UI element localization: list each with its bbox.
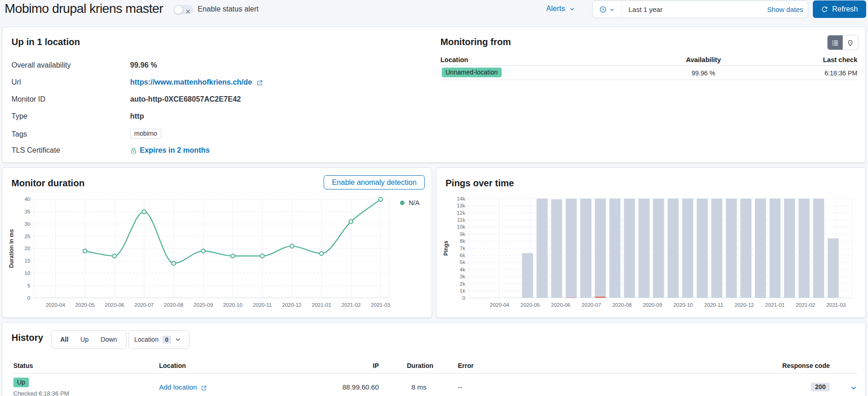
svg-text:2020-10: 2020-10 bbox=[674, 302, 693, 308]
monitoring-col-availability: Availability bbox=[686, 56, 721, 63]
svg-text:35: 35 bbox=[24, 209, 30, 214]
svg-text:12k: 12k bbox=[457, 210, 465, 216]
alerts-label: Alerts bbox=[546, 5, 565, 13]
filter-up-button[interactable]: Up bbox=[74, 336, 95, 343]
list-view-button[interactable] bbox=[828, 35, 843, 50]
svg-text:Pings: Pings bbox=[443, 241, 449, 256]
svg-text:5: 5 bbox=[28, 283, 30, 288]
svg-text:2021-01: 2021-01 bbox=[765, 302, 784, 308]
svg-text:2021-02: 2021-02 bbox=[796, 302, 815, 308]
monitoring-col-location: Location bbox=[440, 56, 468, 63]
svg-text:15: 15 bbox=[24, 258, 30, 264]
response-code-badge: 200 bbox=[811, 383, 830, 391]
svg-text:N/A: N/A bbox=[409, 199, 420, 207]
status-alert-toggle[interactable] bbox=[174, 5, 194, 14]
filter-all-button[interactable]: All bbox=[54, 336, 74, 343]
svg-text:9k: 9k bbox=[460, 231, 465, 237]
svg-text:2020-07: 2020-07 bbox=[582, 302, 601, 308]
field-row-url: Url https://www.mattenhofkriens.ch/de bbox=[11, 78, 425, 87]
last-check-cell: 6:18:36 PM bbox=[824, 69, 857, 77]
svg-text:10: 10 bbox=[24, 270, 30, 276]
history-col-location: Location bbox=[159, 362, 186, 369]
availability-cell: 99.96 % bbox=[691, 69, 715, 77]
page-title: Mobimo drupal kriens master bbox=[5, 1, 163, 16]
svg-text:2021-02: 2021-02 bbox=[341, 302, 360, 308]
history-col-duration: Duration bbox=[407, 362, 434, 369]
svg-text:2021-01: 2021-01 bbox=[312, 302, 331, 308]
history-title: History bbox=[11, 333, 43, 343]
svg-text:2020-08: 2020-08 bbox=[164, 302, 183, 308]
toggle-knob bbox=[174, 5, 183, 14]
enable-anomaly-detection-button[interactable]: Enable anomaly detection bbox=[324, 175, 425, 189]
location-filter-button[interactable]: Location 0 bbox=[128, 330, 189, 349]
checked-time: Checked 6:18:36 PM bbox=[13, 390, 69, 396]
tag-badge: mobimo bbox=[130, 129, 161, 138]
svg-text:2020-06: 2020-06 bbox=[105, 302, 124, 308]
filter-down-button[interactable]: Down bbox=[95, 336, 123, 343]
refresh-button[interactable]: Refresh bbox=[813, 0, 866, 18]
alerts-dropdown[interactable]: Alerts bbox=[546, 5, 575, 13]
history-col-response-code: Response code bbox=[782, 362, 830, 369]
monitor-url-link[interactable]: https://www.mattenhofkriens.ch/de bbox=[130, 78, 252, 86]
table-header-divider bbox=[440, 65, 857, 66]
chevron-down-icon bbox=[609, 5, 615, 13]
history-panel: History All Up Down Location 0 Status Lo… bbox=[2, 322, 866, 396]
svg-text:2020-06: 2020-06 bbox=[551, 302, 571, 308]
monitor-duration-panel: Monitor duration Enable anomaly detectio… bbox=[2, 167, 432, 318]
overall-availability-value: 99.96 % bbox=[130, 61, 157, 69]
history-col-ip: IP bbox=[373, 362, 379, 369]
show-dates-button[interactable]: Show dates bbox=[767, 6, 808, 13]
time-range-value[interactable]: Last 1 year bbox=[622, 6, 767, 13]
view-toggle-group bbox=[827, 35, 858, 50]
svg-text:2k: 2k bbox=[460, 281, 465, 287]
svg-text:3k: 3k bbox=[460, 274, 465, 279]
clock-icon bbox=[600, 5, 606, 13]
svg-text:2020-04: 2020-04 bbox=[490, 302, 509, 308]
svg-text:40: 40 bbox=[24, 196, 30, 202]
history-header-divider bbox=[11, 373, 858, 373]
ip-cell: 88.99.60.60 bbox=[343, 383, 379, 391]
field-label: Type bbox=[11, 112, 28, 121]
monitor-duration-chart[interactable]: 2020-042020-052020-062020-072020-082020-… bbox=[2, 194, 432, 316]
tls-certificate-link[interactable]: Expires in 2 months bbox=[140, 146, 210, 155]
chevron-down-icon bbox=[569, 5, 575, 13]
monitor-type-value: http bbox=[130, 112, 144, 121]
chevron-down-icon bbox=[175, 336, 181, 343]
lock-icon bbox=[130, 146, 137, 155]
field-label: TLS Certificate bbox=[11, 146, 60, 155]
svg-text:13k: 13k bbox=[457, 203, 465, 208]
svg-text:10k: 10k bbox=[457, 224, 465, 230]
expand-row-button[interactable] bbox=[850, 383, 857, 391]
table-row-divider bbox=[440, 80, 857, 80]
field-label: Overall availability bbox=[11, 61, 71, 69]
svg-text:2020-12: 2020-12 bbox=[282, 302, 302, 308]
svg-text:2020-12: 2020-12 bbox=[735, 302, 754, 308]
svg-text:2020-07: 2020-07 bbox=[134, 302, 154, 308]
svg-text:25: 25 bbox=[24, 234, 30, 239]
svg-text:2020-04: 2020-04 bbox=[46, 302, 65, 308]
external-link-icon bbox=[201, 383, 207, 391]
location-filter-label: Location bbox=[134, 336, 159, 343]
status-filter-group: All Up Down bbox=[51, 330, 126, 349]
svg-text:0: 0 bbox=[28, 295, 30, 301]
duration-cell: 8 ms bbox=[411, 383, 427, 391]
monitor-id-value: auto-http-0XCE68057AC2E7E42 bbox=[130, 95, 241, 103]
refresh-label: Refresh bbox=[832, 5, 858, 13]
quick-select-button[interactable] bbox=[593, 1, 622, 17]
svg-text:2020-09: 2020-09 bbox=[194, 302, 213, 308]
field-label: Tags bbox=[11, 130, 27, 138]
map-view-button[interactable] bbox=[843, 35, 858, 50]
pings-over-time-chart[interactable]: 2020-042020-052020-062020-072020-082020-… bbox=[436, 194, 865, 316]
svg-text:20: 20 bbox=[24, 246, 30, 251]
monitor-duration-title: Monitor duration bbox=[11, 178, 85, 189]
svg-text:2020-08: 2020-08 bbox=[612, 302, 632, 308]
status-panel: Up in 1 location Overall availability 99… bbox=[2, 27, 866, 163]
svg-text:2020-11: 2020-11 bbox=[704, 302, 723, 308]
svg-text:2020-11: 2020-11 bbox=[253, 302, 272, 308]
pings-panel: Pings over time 2020-042020-052020-06202… bbox=[436, 167, 866, 318]
field-row-tags: Tags mobimo bbox=[11, 129, 425, 138]
svg-text:5k: 5k bbox=[460, 259, 465, 265]
location-filter-count: 0 bbox=[162, 336, 171, 344]
svg-text:8k: 8k bbox=[460, 238, 465, 244]
add-location-link[interactable]: Add location bbox=[159, 383, 197, 391]
